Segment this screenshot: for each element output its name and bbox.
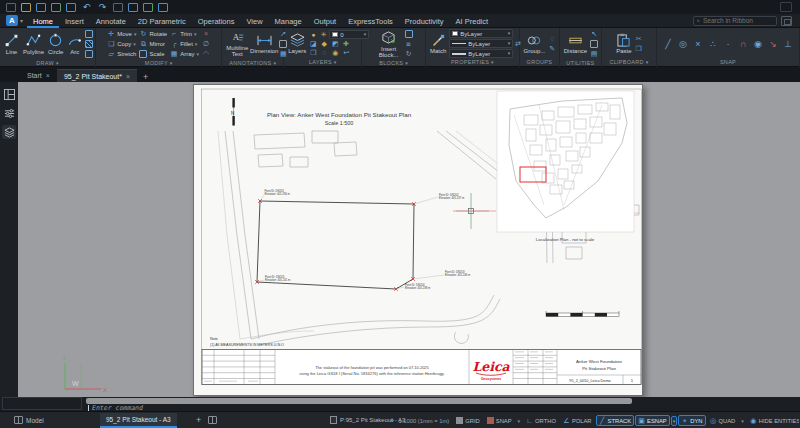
layer-freeze-icon[interactable]: ☀ — [319, 31, 327, 39]
polyline-tool[interactable]: Polyline — [22, 33, 45, 55]
new-tab-button[interactable]: + — [143, 72, 148, 82]
menu-tab-ai-predict[interactable]: AI Predict — [450, 14, 495, 28]
multiline-text-tool[interactable]: A Multiline Text — [225, 31, 249, 57]
edit-block-icon[interactable] — [405, 30, 413, 38]
snap-endpoint-icon[interactable]: ╱ — [663, 39, 673, 49]
erase-tool[interactable]: × — [202, 30, 210, 38]
gradient-tool-icon[interactable] — [85, 50, 93, 58]
layer-on-icon[interactable]: ● — [309, 31, 317, 39]
match-properties-tool[interactable]: Match — [429, 34, 447, 54]
fillet-caret-icon[interactable]: ▾ — [195, 42, 198, 47]
layer-walk-icon[interactable]: ❐ — [309, 49, 317, 57]
close-icon[interactable]: × — [46, 72, 50, 79]
move-tool[interactable]: ✛Move▾ — [107, 30, 136, 38]
area-tool-icon[interactable] — [590, 40, 598, 48]
menu-tab-2d-parametric[interactable]: 2D Parametric — [132, 14, 192, 28]
menu-tab-view[interactable]: View — [240, 14, 268, 28]
esnap-caret-icon[interactable]: ▾ — [671, 416, 678, 426]
snap-settings-icon[interactable]: ◉ — [753, 39, 763, 49]
new-file-icon[interactable] — [6, 3, 16, 12]
layers-panel-caret-icon[interactable]: ▾ — [334, 59, 337, 65]
snap-intersection-icon[interactable]: × — [693, 39, 703, 49]
save-icon[interactable] — [36, 3, 46, 12]
lineweight-dropdown[interactable]: ByLayer ▾ — [449, 49, 513, 58]
snap-node-icon[interactable]: · — [723, 39, 733, 49]
snap-perpendicular-icon[interactable]: ⊥ — [783, 39, 793, 49]
ungroup-icon[interactable]: ◌ — [548, 35, 556, 43]
annotations-panel-caret-icon[interactable]: ▾ — [273, 60, 276, 66]
linetype-dropdown[interactable]: ByLayer ▾ — [449, 39, 513, 48]
array-tool[interactable]: ▦Array▾ — [170, 50, 199, 58]
copy-clip-icon[interactable]: ❐ — [635, 45, 643, 53]
group-edit-icon[interactable]: ✎ — [548, 45, 556, 53]
id-point-icon[interactable]: ↖ — [590, 30, 598, 38]
copy-tool[interactable]: ❏Copy▾ — [107, 40, 136, 48]
annotation-scale[interactable]: 1:1000 (1mm = 1m) — [399, 418, 450, 424]
menu-tab-expresstools[interactable]: ExpressTools — [342, 14, 399, 28]
properties-panel-caret-icon[interactable]: ▾ — [491, 59, 494, 65]
snap-off-icon[interactable]: ↘ — [768, 39, 778, 49]
line-tool[interactable]: Line — [3, 33, 20, 55]
snap-nearest-icon[interactable]: ∴ — [708, 39, 718, 49]
layer-lock-icon[interactable]: ◆ — [320, 40, 328, 48]
calculator-icon[interactable]: ▤ — [590, 50, 598, 58]
open-file-icon[interactable] — [21, 3, 31, 12]
clipboard-panel-caret-icon[interactable]: ▾ — [646, 59, 649, 65]
application-button[interactable]: A — [6, 15, 18, 26]
ribbon-options-icon[interactable] — [781, 16, 792, 26]
toggle-quad[interactable]: ◎QUAD — [707, 415, 739, 426]
undo-icon[interactable]: ↶ — [81, 2, 92, 13]
quad-caret-icon[interactable]: ▾ — [739, 416, 746, 426]
layout-tab[interactable]: 95_2 Pit Stakeout - A3 — [100, 413, 177, 428]
layer-new-icon[interactable]: ✚ — [342, 40, 350, 48]
menu-tab-output[interactable]: Output — [308, 14, 343, 28]
layer-isolate-icon[interactable]: ◪ — [309, 40, 317, 48]
layers-panel-icon[interactable] — [2, 125, 16, 139]
ribbon-search-box[interactable] — [693, 16, 777, 26]
share-icon[interactable] — [158, 3, 168, 12]
doc-tab-drawing[interactable]: 95_2 Pit Stakeout* × — [57, 69, 137, 82]
application-caret-icon[interactable]: ▾ — [20, 17, 23, 24]
copy-caret-icon[interactable]: ▾ — [133, 42, 136, 47]
modify-panel-caret-icon[interactable]: ▾ — [170, 60, 173, 66]
rectangle-tool-icon[interactable] — [85, 30, 93, 38]
plot-icon[interactable] — [113, 3, 123, 12]
move-caret-icon[interactable]: ▾ — [134, 32, 137, 37]
circle-tool[interactable]: Circle — [47, 33, 64, 55]
distance-tool[interactable]: Distance — [563, 35, 588, 54]
model-tab[interactable]: Model — [14, 416, 44, 424]
scale-tool[interactable]: Scale — [139, 50, 167, 58]
toggle-snap[interactable]: SNAP — [484, 415, 515, 426]
menu-tab-productivity[interactable]: Productivity — [399, 14, 450, 28]
toggle-polar[interactable]: ∠POLAR — [560, 415, 595, 426]
array-caret-icon[interactable]: ▾ — [196, 52, 199, 57]
menu-tab-home[interactable]: Home — [27, 14, 59, 28]
toggle-esnap[interactable]: ▣ESNAP — [635, 415, 670, 426]
toggle-strack[interactable]: ╱STRACK — [596, 415, 635, 426]
toggle-hide-entities[interactable]: ◉HIDE ENTITIES — [747, 415, 799, 426]
rotate-tool[interactable]: ↻Rotate — [139, 30, 167, 38]
blocks-panel-caret-icon[interactable]: ▾ — [405, 60, 408, 66]
horizontal-scrollbar[interactable] — [86, 398, 632, 404]
print-icon[interactable] — [66, 3, 76, 12]
snap-caret-icon[interactable]: ▾ — [516, 416, 523, 426]
layer-thaw-icon[interactable]: ◉ — [331, 49, 339, 57]
cut-icon[interactable]: ✂ — [635, 35, 643, 43]
hatch-tool-icon[interactable] — [85, 40, 93, 48]
group-tool[interactable]: Group... — [523, 34, 547, 54]
redo-icon[interactable]: ↷ — [97, 2, 108, 13]
menu-tab-insert[interactable]: Insert — [59, 14, 90, 28]
trim-caret-icon[interactable]: ▾ — [194, 32, 197, 37]
menu-tab-annotate[interactable]: Annotate — [90, 14, 132, 28]
arc-tool[interactable]: Arc — [66, 33, 83, 55]
ribbon-search-input[interactable] — [703, 17, 773, 24]
insert-block-tool[interactable]: Insert Block... — [375, 31, 403, 58]
mirror-tool[interactable]: ⧉Mirror — [139, 40, 167, 48]
cloud-icon[interactable] — [143, 3, 153, 12]
close-icon[interactable]: × — [126, 73, 130, 80]
snap-magnet-icon[interactable]: ∩ — [738, 39, 748, 49]
color-dropdown[interactable]: ByLayer ▾ — [449, 29, 513, 38]
window-icon[interactable] — [780, 2, 792, 12]
toggle-dyn[interactable]: ⌖DYN — [678, 415, 705, 426]
offset-tool[interactable]: ∅ — [202, 40, 210, 48]
